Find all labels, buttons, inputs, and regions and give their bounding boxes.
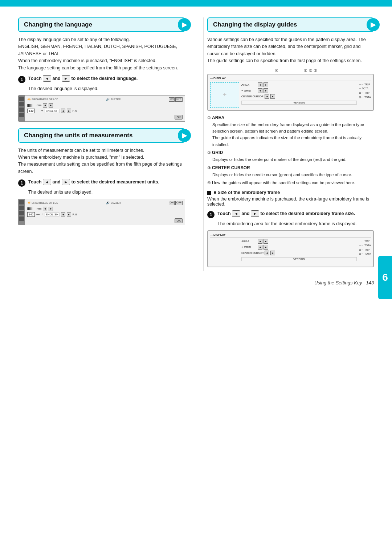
eng-left-arr-2[interactable]: ◄ (61, 212, 65, 216)
units-screen: 🔆 BRIGHTNESS OF LCD 🔊 BUZZER ON OFF mm ◄ (18, 199, 185, 225)
version-label: VERSION (241, 101, 357, 105)
eng-left-arr[interactable]: ◄ (61, 109, 65, 113)
display-left-arrow-btn[interactable]: ◄ (232, 210, 240, 217)
units-body: The units of measurements can be set to … (18, 147, 185, 175)
guide-notes: ① AREA Specifies the size of the embroid… (207, 114, 374, 187)
language-step1: 1 Touch ◄ and ► to select the desired la… (18, 75, 185, 83)
callout-1: ① (304, 68, 307, 73)
section-title-display: Changing the display guides (213, 21, 297, 28)
units-right-arrow-btn[interactable]: ► (62, 179, 70, 185)
step-circle-1: 1 (18, 76, 25, 83)
top-bar (0, 0, 392, 7)
display-body: Various settings can be specified for th… (207, 36, 374, 65)
grid-right-btn[interactable]: ► (264, 88, 268, 93)
on-btn[interactable]: ON (169, 97, 175, 102)
section-display-guides: Changing the display guides ▶ Various se… (207, 17, 374, 267)
section-arrow-badge-units: ▶ (178, 129, 191, 142)
step-circle-display: 1 (207, 211, 215, 218)
cursor-right-btn-2[interactable]: ► (270, 251, 275, 255)
area-left-btn-2[interactable]: ◄ (258, 239, 262, 244)
section-header-language: Changing the language ▶ (18, 17, 185, 32)
ok-button-lang[interactable]: OK (175, 115, 183, 119)
units-step1: 1 Touch ◄ and ► to select the desired me… (18, 179, 185, 187)
right-info-2: ⊣← TRIP ⊣← TOTA ⊠← TRIP ⊠← TOTA (359, 239, 371, 264)
display-screen-2: — DISPLAY AREA ◄ ► + GRID (207, 230, 374, 267)
language-screen: 🔆 BRIGHTNESS OF LCD 🔊 BUZZER ON OFF mm ◄ (18, 95, 185, 122)
screen-main-units: 🔆 BRIGHTNESS OF LCD 🔊 BUZZER ON OFF mm ◄ (25, 199, 185, 225)
mm-left-arr[interactable]: ◄ (43, 103, 47, 108)
display-result: The embroidering area for the desired em… (217, 220, 374, 227)
cursor-right-btn[interactable]: ► (270, 94, 275, 99)
preview-area: + (210, 82, 239, 108)
display-step1-text: Touch ◄ and ► to select the desired embr… (217, 210, 355, 217)
section-header-units: Changing the units of measurements ▶ (18, 128, 185, 143)
units-step1-text: Touch ◄ and ► to select the desired meas… (28, 179, 159, 186)
section-changing-units: Changing the units of measurements ▶ The… (18, 128, 185, 225)
num-display-2: 142 (27, 212, 35, 217)
mm-right-arr-2[interactable]: ► (49, 207, 53, 211)
version-label-2: VERSION (241, 257, 357, 261)
right-info: ⊣← TRIP ⊣ TOTA ⊠← TRIP ⊠← TOTA (359, 82, 371, 108)
area-right-btn-2[interactable]: ► (264, 239, 268, 244)
callout-4: ④ (275, 68, 278, 73)
black-square-icon (207, 191, 211, 195)
units-result: The desired units are displayed. (28, 189, 185, 196)
off-btn[interactable]: OFF (175, 97, 183, 102)
section-arrow-badge-display: ▶ (367, 18, 380, 31)
section-changing-language: Changing the language ▶ The display lang… (18, 17, 185, 122)
display-header: — DISPLAY (210, 77, 371, 81)
left-arrow-btn[interactable]: ◄ (43, 75, 51, 82)
callout-3: ③ (314, 68, 317, 73)
section-arrow-badge: ▶ (178, 18, 191, 31)
area-right-btn[interactable]: ► (264, 82, 268, 87)
ok-button-units[interactable]: OK (175, 218, 183, 223)
screen-main-lang: 🔆 BRIGHTNESS OF LCD 🔊 BUZZER ON OFF mm ◄ (25, 95, 185, 122)
right-arrow-btn[interactable]: ► (62, 75, 70, 82)
language-body: The display language can be set to any o… (18, 36, 185, 72)
display-header-2: — DISPLAY (210, 233, 371, 238)
section-title-units: Changing the units of measurements (24, 132, 132, 139)
right-column: Changing the display guides ▶ Various se… (203, 17, 374, 271)
language-result: The desired language is displayed. (28, 85, 185, 92)
callout-2: ② (309, 68, 313, 73)
display-screen-1: — DISPLAY + AREA ◄ ► (207, 74, 374, 111)
off-btn-2[interactable]: OFF (175, 201, 183, 205)
cursor-left-btn[interactable]: ◄ (265, 94, 269, 99)
grid-right-btn-2[interactable]: ► (264, 245, 268, 250)
callout-row: ④ ① ② ③ (207, 68, 374, 73)
preview-area-2 (210, 239, 239, 264)
grid-left-btn[interactable]: ◄ (258, 88, 262, 93)
step-circle-units: 1 (18, 179, 25, 187)
mm-ruler-2 (27, 207, 35, 210)
display-step1: 1 Touch ◄ and ► to select the desired em… (207, 210, 374, 218)
on-btn-2[interactable]: ON (169, 201, 175, 205)
mm-ruler (27, 104, 35, 107)
display-right-arrow-btn[interactable]: ► (251, 210, 259, 217)
eng-right-arr[interactable]: ► (67, 109, 71, 113)
mm-right-arr[interactable]: ► (49, 103, 53, 108)
section-title-language: Changing the language (24, 21, 92, 28)
size-section: ■ Size of the embroidery frame When the … (207, 190, 374, 207)
num-display: 142 (27, 109, 35, 113)
units-left-arrow-btn[interactable]: ◄ (43, 179, 51, 185)
mm-left-arr-2[interactable]: ◄ (43, 207, 47, 211)
screen-left-bar (18, 95, 25, 122)
language-step1-text: Touch ◄ and ► to select the desired lang… (28, 75, 138, 82)
left-column: Changing the language ▶ The display lang… (18, 17, 189, 271)
area-left-btn[interactable]: ◄ (258, 82, 262, 87)
eng-right-arr-2[interactable]: ► (67, 212, 71, 216)
cursor-left-btn-2[interactable]: ◄ (265, 251, 269, 255)
page-footer: Using the Settings Key 143 (314, 280, 374, 285)
section-header-display: Changing the display guides ▶ (207, 17, 374, 32)
grid-left-btn-2[interactable]: ◄ (258, 245, 262, 250)
screen-left-bar-2 (18, 199, 25, 225)
